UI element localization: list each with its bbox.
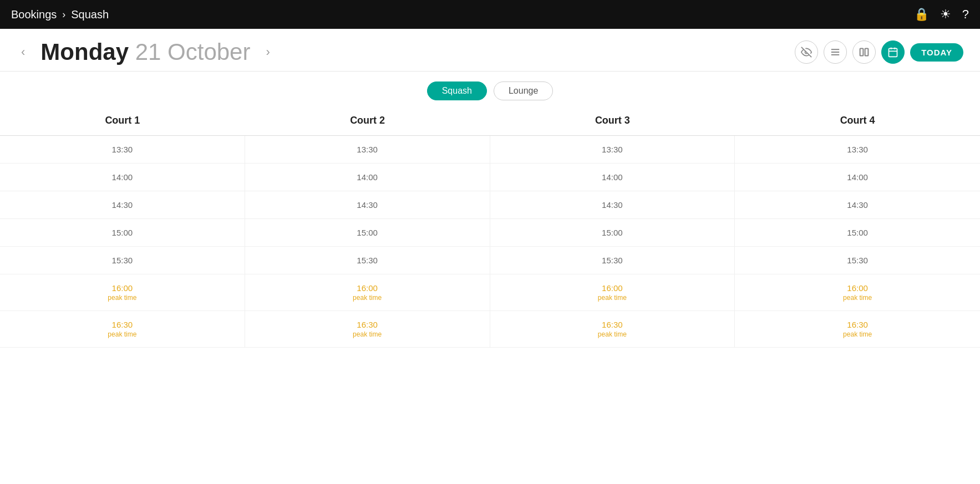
time-slot-cell[interactable]: 15:30 [735, 247, 980, 274]
slot-peak-label: peak time [0, 330, 245, 338]
slot-time: 16:00 [490, 283, 735, 293]
slot-time: 15:00 [735, 228, 980, 237]
list-view-button[interactable] [824, 40, 847, 64]
slot-peak-label: peak time [245, 294, 490, 302]
court-header-2: Court 2 [245, 110, 490, 131]
time-slots-grid: 13:3014:0014:3015:0015:3016:00peak time1… [0, 136, 980, 348]
court-col-1: 13:3014:0014:3015:0015:3016:00peak time1… [0, 136, 245, 348]
day-bold: Monday [40, 39, 129, 65]
slot-peak-label: peak time [735, 330, 980, 338]
time-slot-cell[interactable]: 15:30 [245, 247, 490, 274]
hide-view-button[interactable] [795, 40, 818, 64]
slot-time: 15:30 [0, 256, 245, 265]
svg-rect-4 [860, 48, 864, 55]
slot-time: 15:30 [245, 256, 490, 265]
slot-time: 13:30 [490, 145, 735, 154]
slot-time: 16:30 [735, 320, 980, 329]
court-col-4: 13:3014:0014:3015:0015:3016:00peak time1… [735, 136, 980, 348]
court-header-3: Court 3 [490, 110, 735, 131]
top-nav-icons: 🔒 ☀ ? [914, 7, 969, 22]
slot-peak-label: peak time [245, 330, 490, 338]
slot-time: 14:00 [0, 172, 245, 182]
time-slot-cell[interactable]: 14:30 [0, 191, 245, 219]
time-slot-cell[interactable]: 14:00 [735, 164, 980, 191]
breadcrumb-squash[interactable]: Squash [71, 8, 109, 21]
svg-rect-6 [889, 48, 897, 57]
svg-rect-5 [865, 48, 869, 55]
slot-time: 16:30 [490, 320, 735, 329]
day-light: 21 October [135, 39, 251, 65]
top-nav: Bookings › Squash 🔒 ☀ ? [0, 0, 980, 29]
page-title: Monday 21 October [40, 39, 250, 65]
time-slot-cell[interactable]: 16:30peak time [735, 311, 980, 348]
prev-date-button[interactable]: ‹ [17, 43, 29, 62]
slot-peak-label: peak time [490, 294, 735, 302]
slot-time: 15:00 [490, 228, 735, 237]
slot-time: 14:30 [735, 200, 980, 210]
time-slot-cell[interactable]: 16:00peak time [245, 274, 490, 311]
breadcrumb-chevron: › [62, 9, 65, 21]
slot-time: 15:30 [735, 256, 980, 265]
time-slot-cell[interactable]: 13:30 [735, 136, 980, 164]
slot-time: 13:30 [245, 145, 490, 154]
time-slot-cell[interactable]: 14:00 [245, 164, 490, 191]
breadcrumb-bookings[interactable]: Bookings [11, 8, 57, 21]
slot-time: 16:30 [245, 320, 490, 329]
time-slot-cell[interactable]: 15:00 [735, 219, 980, 247]
time-slot-cell[interactable]: 13:30 [245, 136, 490, 164]
slot-time: 13:30 [0, 145, 245, 154]
courts-container: Court 1 Court 2 Court 3 Court 4 13:3014:… [0, 106, 980, 348]
tab-lounge[interactable]: Lounge [494, 81, 553, 100]
slot-time: 14:30 [0, 200, 245, 210]
slot-time: 14:00 [245, 172, 490, 182]
slot-time: 14:00 [735, 172, 980, 182]
slot-time: 14:00 [490, 172, 735, 182]
time-slot-cell[interactable]: 16:00peak time [735, 274, 980, 311]
today-button[interactable]: TODAY [910, 43, 963, 62]
time-slot-cell[interactable]: 15:00 [490, 219, 735, 247]
slot-time: 16:00 [245, 283, 490, 293]
slot-time: 15:00 [245, 228, 490, 237]
time-slot-cell[interactable]: 14:00 [490, 164, 735, 191]
time-slot-cell[interactable]: 16:30peak time [0, 311, 245, 348]
slot-time: 15:00 [0, 228, 245, 237]
slot-peak-label: peak time [735, 294, 980, 302]
court-col-3: 13:3014:0014:3015:0015:3016:00peak time1… [490, 136, 735, 348]
slot-time: 14:30 [490, 200, 735, 210]
lock-icon[interactable]: 🔒 [914, 7, 929, 22]
courts-header: Court 1 Court 2 Court 3 Court 4 [0, 106, 980, 136]
time-slot-cell[interactable]: 16:30peak time [490, 311, 735, 348]
time-slot-cell[interactable]: 15:00 [0, 219, 245, 247]
time-slot-cell[interactable]: 14:30 [735, 191, 980, 219]
time-slot-cell[interactable]: 15:30 [490, 247, 735, 274]
next-date-button[interactable]: › [261, 43, 274, 62]
filter-tabs: Squash Lounge [0, 72, 980, 106]
court-header-1: Court 1 [0, 110, 245, 131]
tab-squash[interactable]: Squash [427, 81, 487, 100]
date-nav-left: ‹ Monday 21 October › [17, 39, 275, 65]
slot-peak-label: peak time [0, 294, 245, 302]
slot-time: 15:30 [490, 256, 735, 265]
date-header: ‹ Monday 21 October › [0, 29, 980, 72]
view-controls: TODAY [795, 40, 963, 64]
columns-view-button[interactable] [852, 40, 876, 64]
time-slot-cell[interactable]: 15:00 [245, 219, 490, 247]
slot-time: 16:30 [0, 320, 245, 329]
time-slot-cell[interactable]: 14:30 [245, 191, 490, 219]
calendar-view-button[interactable] [881, 40, 905, 64]
brightness-icon[interactable]: ☀ [940, 7, 951, 22]
time-slot-cell[interactable]: 16:00peak time [490, 274, 735, 311]
time-slot-cell[interactable]: 15:30 [0, 247, 245, 274]
time-slot-cell[interactable]: 14:30 [490, 191, 735, 219]
time-slot-cell[interactable]: 16:30peak time [245, 311, 490, 348]
time-slot-cell[interactable]: 14:00 [0, 164, 245, 191]
court-header-4: Court 4 [735, 110, 980, 131]
slot-peak-label: peak time [490, 330, 735, 338]
time-slot-cell[interactable]: 13:30 [0, 136, 245, 164]
help-icon[interactable]: ? [962, 7, 969, 22]
time-slot-cell[interactable]: 13:30 [490, 136, 735, 164]
slot-time: 14:30 [245, 200, 490, 210]
time-slot-cell[interactable]: 16:00peak time [0, 274, 245, 311]
slot-time: 13:30 [735, 145, 980, 154]
slot-time: 16:00 [0, 283, 245, 293]
